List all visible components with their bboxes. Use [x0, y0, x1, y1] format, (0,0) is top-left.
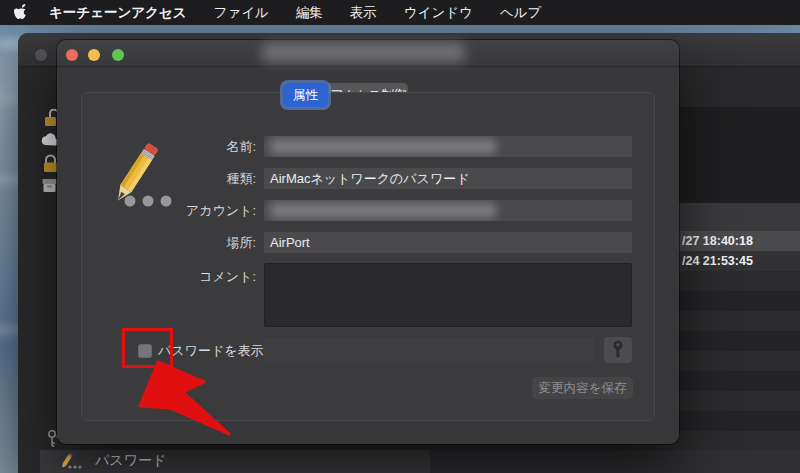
close-button[interactable]	[66, 49, 78, 61]
list-row-timestamp[interactable]: /27 18:40:18	[679, 231, 800, 251]
kind-label: 種類:	[117, 168, 256, 189]
keychain-item-dialog: 属性 アクセス制御 名前: 種類: AirMacネットワークのパスワード	[57, 40, 679, 444]
account-field[interactable]	[264, 200, 632, 221]
list-detail-panel	[679, 107, 800, 203]
dialog-titlebar	[57, 40, 679, 67]
zoom-button[interactable]	[112, 49, 124, 61]
blurred-account-value	[270, 203, 496, 218]
menu-item-app[interactable]: キーチェーンアクセス	[49, 4, 187, 22]
minimize-button[interactable]	[88, 49, 100, 61]
key-button[interactable]	[604, 337, 632, 363]
menu-item-edit[interactable]: 編集	[296, 4, 323, 22]
list-empty-band	[679, 203, 800, 231]
name-field[interactable]	[264, 136, 632, 157]
where-field[interactable]: AirPort	[264, 232, 632, 253]
red-highlight-rectangle	[122, 328, 173, 368]
archive-box-icon[interactable]	[41, 177, 58, 194]
menu-item-window[interactable]: ウインドウ	[404, 4, 473, 22]
kind-field[interactable]: AirMacネットワークのパスワード	[264, 168, 632, 189]
apple-menu-icon[interactable]	[14, 4, 28, 21]
key-icon	[612, 341, 624, 359]
pencil-with-dots-icon	[59, 452, 89, 470]
menu-item-help[interactable]: ヘルプ	[500, 4, 541, 22]
account-label: アカウント:	[117, 200, 256, 221]
menu-bar: キーチェーンアクセス ファイル 編集 表示 ウインドウ ヘルプ	[0, 0, 800, 25]
menu-item-view[interactable]: 表示	[350, 4, 377, 22]
password-field[interactable]	[264, 338, 594, 363]
tab-attributes[interactable]: 属性	[283, 83, 328, 107]
show-password-label: パスワードを表示:	[158, 342, 267, 360]
list-alternating-rows	[679, 271, 800, 473]
name-label: 名前:	[117, 136, 256, 157]
blurred-window-title	[262, 43, 465, 62]
blurred-name-value	[270, 139, 496, 154]
comments-label: コメント:	[117, 266, 256, 287]
inactive-traffic-light-button[interactable]	[35, 49, 47, 61]
category-label[interactable]: パスワード	[95, 452, 166, 470]
comments-textarea[interactable]	[264, 263, 632, 327]
save-changes-button[interactable]: 変更内容を保存	[532, 377, 633, 399]
where-label: 場所:	[117, 232, 256, 253]
list-row-timestamp[interactable]: /24 21:53:45	[679, 251, 800, 271]
menu-item-file[interactable]: ファイル	[214, 4, 269, 22]
category-row-extension	[430, 450, 800, 473]
